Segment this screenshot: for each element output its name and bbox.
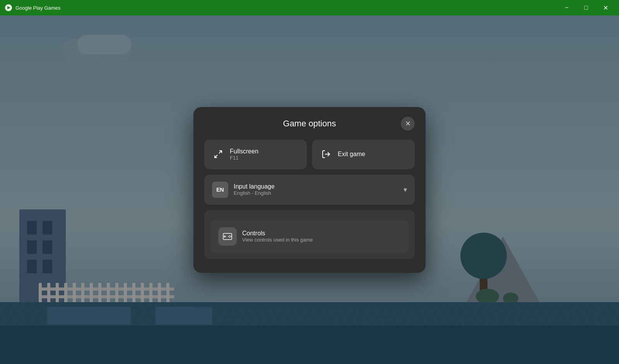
controls-subtitle: View controls used in this game <box>242 237 313 243</box>
dialog-title: Game options <box>283 119 336 129</box>
fullscreen-icon <box>212 148 224 160</box>
controls-title: Controls <box>242 230 313 237</box>
titlebar: Google Play Games − □ ✕ <box>0 0 619 15</box>
svg-point-8 <box>231 236 231 236</box>
fullscreen-shortcut: F11 <box>230 155 258 161</box>
controls-button[interactable]: Controls View controls used in this game <box>210 220 409 253</box>
maximize-button[interactable]: □ <box>577 2 595 14</box>
svg-point-9 <box>228 236 229 236</box>
window-close-button[interactable]: ✕ <box>597 2 614 14</box>
controls-icon <box>218 227 237 246</box>
modal-overlay: Game options ✕ Fulls <box>0 15 619 364</box>
game-background: Game options ✕ Fulls <box>0 15 619 364</box>
svg-line-2 <box>219 151 222 153</box>
app-icon <box>5 4 12 12</box>
dialog: Game options ✕ Fulls <box>193 107 426 273</box>
language-content: Input language English - English <box>234 183 398 196</box>
controls-content: Controls View controls used in this game <box>242 230 313 243</box>
bottom-section: Controls View controls used in this game <box>204 210 415 259</box>
dialog-header: Game options ✕ <box>204 119 415 129</box>
language-badge: EN <box>212 182 228 198</box>
language-title: Input language <box>234 183 398 190</box>
language-selector[interactable]: EN Input language English - English ▾ <box>204 175 415 205</box>
titlebar-controls: − □ ✕ <box>558 2 614 14</box>
svg-line-3 <box>215 155 217 158</box>
svg-point-10 <box>229 236 230 237</box>
fullscreen-title: Fullscreen <box>230 148 258 155</box>
svg-point-7 <box>229 235 230 236</box>
exit-icon <box>320 148 332 160</box>
fullscreen-button[interactable]: Fullscreen F11 <box>204 139 307 169</box>
exit-game-button[interactable]: Exit game <box>312 139 415 169</box>
exit-content: Exit game <box>338 151 365 158</box>
app-title: Google Play Games <box>15 5 60 11</box>
exit-title: Exit game <box>338 151 365 158</box>
fullscreen-content: Fullscreen F11 <box>230 148 258 161</box>
titlebar-left: Google Play Games <box>5 4 60 12</box>
language-value: English - English <box>234 190 398 196</box>
minimize-button[interactable]: − <box>558 2 576 14</box>
top-buttons-row: Fullscreen F11 Exit game <box>204 139 415 169</box>
close-dialog-button[interactable]: ✕ <box>401 117 415 131</box>
chevron-down-icon: ▾ <box>404 185 407 194</box>
